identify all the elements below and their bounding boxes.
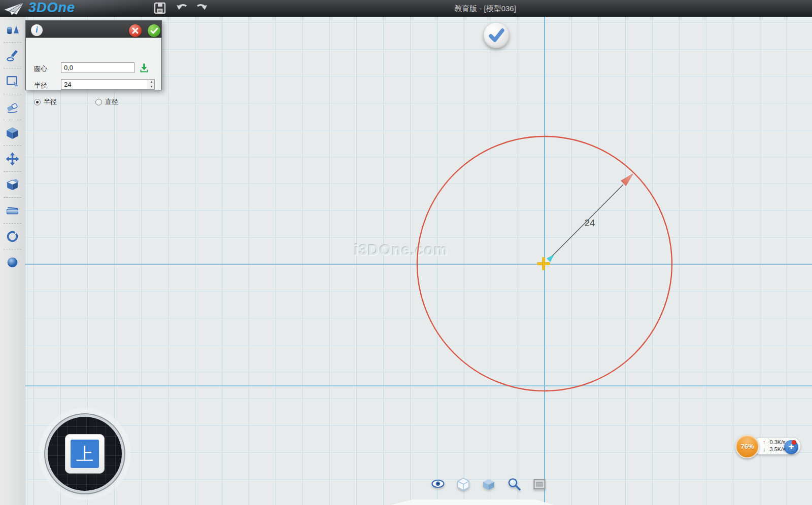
sketch-edit-tool-icon: [6, 75, 19, 88]
spinner-down-icon[interactable]: ▼: [148, 85, 155, 89]
tool-sidebar: [0, 17, 25, 505]
diameter-radio-option[interactable]: 直径: [95, 97, 118, 106]
download-speed-row: ↓ 3.5K/s: [763, 446, 786, 452]
check-icon: [484, 23, 509, 48]
solids-tool-icon: [6, 23, 19, 37]
sidebar-item-trim[interactable]: [0, 94, 25, 120]
center-direction-arrow-icon: [547, 255, 554, 262]
spinner-up-icon[interactable]: ▲: [148, 80, 155, 84]
visibility-eye-icon[interactable]: [431, 477, 445, 491]
radius-spinner[interactable]: ▲ ▼: [148, 80, 154, 89]
center-field-label: 圆心: [34, 64, 47, 74]
center-input[interactable]: 0,0: [61, 62, 134, 73]
trim-tool-icon: [6, 100, 19, 114]
redo-icon[interactable]: [195, 2, 208, 15]
view-cube-face[interactable]: 上: [65, 434, 105, 474]
radius-drag-arrowhead[interactable]: [621, 174, 633, 186]
upload-arrow-icon: ↑: [763, 439, 766, 445]
title-bar: 3DOne 教育版 - [模型036]: [0, 0, 812, 17]
sidebar-item-combine[interactable]: [0, 172, 25, 197]
material-tool-icon: [6, 256, 19, 269]
combine-tool-icon: [6, 178, 19, 192]
sidebar-item-solids[interactable]: [0, 17, 25, 42]
dialog-body: 圆心 0,0 半径 24 ▲ ▼ 半径 直径: [26, 38, 161, 90]
bottom-tray-edge: [391, 499, 554, 505]
upload-speed-value: 0.3K/s: [770, 439, 786, 445]
dialog-title-bar[interactable]: i: [26, 21, 161, 38]
feature-tool-icon: [6, 126, 19, 140]
screen-view-icon[interactable]: [532, 477, 547, 491]
radius-input[interactable]: 24: [61, 79, 155, 90]
view-cube[interactable]: 上: [48, 417, 122, 491]
ok-button[interactable]: [148, 24, 160, 37]
sidebar-item-ring[interactable]: [0, 224, 25, 249]
radius-radio-option[interactable]: 半径: [34, 97, 57, 106]
sidebar-item-sketch-edit[interactable]: [0, 68, 25, 94]
close-x-icon: [129, 24, 142, 37]
progress-percent-value: 76%: [740, 443, 754, 450]
sidebar-item-material[interactable]: [0, 249, 25, 275]
diameter-radio-label: 直径: [105, 97, 118, 106]
ring-tool-icon: [6, 230, 19, 243]
progress-percent-badge[interactable]: 76%: [735, 435, 759, 458]
radius-radio-label: 半径: [44, 97, 57, 106]
wireframe-display-icon[interactable]: [456, 477, 470, 491]
radio-unselected-icon: [95, 99, 102, 105]
zoom-magnifier-icon[interactable]: [507, 477, 521, 491]
confirm-check-button[interactable]: [484, 23, 509, 48]
radius-field-label: 半径: [34, 81, 47, 90]
ok-check-icon: [148, 24, 160, 37]
undo-icon[interactable]: [176, 2, 189, 15]
sketch-tool-icon: [6, 49, 19, 62]
app-logo-text: 3DOne: [28, 0, 75, 16]
dimension-value-label: 24: [584, 218, 595, 228]
radio-selected-icon: [34, 99, 41, 105]
paper-plane-logo-icon: [3, 1, 25, 16]
sidebar-item-feature[interactable]: [0, 120, 25, 146]
cancel-button[interactable]: [129, 24, 142, 37]
download-arrow-icon: ↓: [763, 446, 766, 452]
upload-speed-row: ↑ 0.3K/s: [763, 439, 786, 445]
circle-properties-dialog: i 圆心 0,0 半径 24 ▲ ▼ 半径: [25, 20, 162, 90]
sidebar-item-sketch[interactable]: [0, 43, 25, 68]
move-tool-icon: [6, 152, 19, 166]
center-cross-marker-v: [543, 258, 545, 270]
shaded-display-icon[interactable]: [482, 477, 496, 491]
save-icon[interactable]: [153, 2, 166, 15]
sidebar-item-move[interactable]: [0, 146, 25, 171]
view-cube-face-label[interactable]: 上: [71, 440, 99, 468]
notification-dot: [792, 440, 796, 445]
workplane-tool-icon: [6, 204, 19, 218]
document-title: 教育版 - [模型036]: [454, 4, 516, 14]
info-icon[interactable]: i: [31, 24, 43, 36]
download-speed-value: 3.5K/s: [770, 446, 786, 452]
sidebar-item-workplane[interactable]: [0, 198, 25, 223]
pick-point-button[interactable]: [139, 63, 149, 73]
